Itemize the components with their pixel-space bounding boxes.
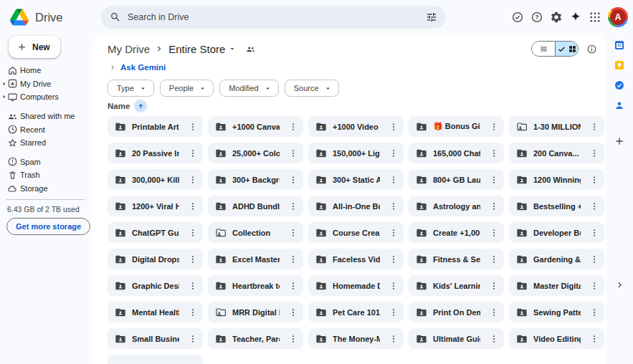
folder-tile-developer-bundle[interactable]: Developer Bundle +... bbox=[509, 222, 604, 243]
keep-button[interactable] bbox=[610, 56, 629, 75]
folder-tile-printable-art-bundle[interactable]: Printable Art Bundle bbox=[108, 116, 203, 137]
folder-menu-button[interactable] bbox=[486, 145, 502, 161]
folder-tile-excel-master-bundl[interactable]: Excel Master Bundl... bbox=[208, 249, 303, 269]
advanced-search-button[interactable] bbox=[426, 11, 437, 23]
folder-menu-button[interactable] bbox=[386, 198, 401, 214]
breadcrumb-my-drive[interactable]: My Drive bbox=[108, 43, 150, 55]
folder-menu-button[interactable] bbox=[285, 119, 301, 135]
folder-menu-button[interactable] bbox=[486, 331, 502, 347]
expand-arrow-icon[interactable] bbox=[1, 81, 7, 87]
folder-menu-button[interactable] bbox=[586, 331, 602, 347]
folder-tile-master-digital[interactable]: Master Digital... bbox=[509, 275, 604, 296]
folder-tile-pet-care-101-bundle[interactable]: Pet Care 101 Bundle bbox=[308, 302, 404, 322]
folder-tile-25-000-coloring[interactable]: 25,000+ Coloring... bbox=[208, 143, 303, 163]
calendar-button[interactable]: 31 bbox=[610, 36, 629, 54]
folder-menu-button[interactable] bbox=[586, 252, 602, 267]
folder-menu-button[interactable] bbox=[486, 172, 502, 188]
folder-tile-1000-canva[interactable]: +1000 Canva... bbox=[208, 116, 303, 137]
folder-tile-ultimate-guide-for[interactable]: Ultimate Guide For... bbox=[409, 328, 504, 349]
folder-tile-create-1-000-easy[interactable]: Create +1,000 Easy... bbox=[409, 222, 504, 243]
search-bar[interactable] bbox=[101, 6, 446, 29]
folder-tile-print-on-demand[interactable]: Print On Demand:... bbox=[409, 302, 504, 322]
folder-menu-button[interactable] bbox=[285, 172, 301, 188]
folder-menu-button[interactable] bbox=[586, 225, 602, 241]
folder-menu-button[interactable] bbox=[285, 305, 301, 320]
folder-tile-mrr-digital-products[interactable]: MRR Digital Products bbox=[208, 302, 303, 322]
folder-menu-button[interactable] bbox=[586, 145, 602, 161]
folder-menu-button[interactable] bbox=[285, 198, 301, 214]
contacts-button[interactable] bbox=[610, 96, 629, 115]
folder-tile-300-static-ads[interactable]: 300+ Static Ads... bbox=[308, 169, 404, 190]
folder-tile-teacher-parenting[interactable]: Teacher, Parenting ... bbox=[208, 328, 303, 349]
folder-menu-button[interactable] bbox=[486, 119, 502, 135]
folder-tile-small-business[interactable]: Small Business &... bbox=[108, 328, 203, 349]
filter-chip-modified[interactable]: Modified bbox=[219, 80, 279, 97]
folder-menu-button[interactable] bbox=[386, 278, 401, 294]
folder-tile-kids-learning[interactable]: Kids' Learning &... bbox=[409, 275, 504, 296]
folder-tile-300-000-killer-t[interactable]: 300,000+ Killer T-... bbox=[108, 169, 203, 190]
list-view-toggle[interactable] bbox=[532, 42, 555, 56]
folder-menu-button[interactable] bbox=[486, 225, 502, 241]
grid-view-toggle[interactable] bbox=[555, 42, 578, 56]
folder-menu-button[interactable] bbox=[185, 172, 201, 188]
folder-tile-partial[interactable] bbox=[108, 355, 203, 364]
settings-button[interactable] bbox=[546, 8, 566, 27]
folder-menu-button[interactable] bbox=[185, 331, 201, 347]
support-button[interactable]: ? bbox=[527, 8, 546, 27]
folder-menu-button[interactable] bbox=[185, 225, 201, 241]
folder-menu-button[interactable] bbox=[386, 145, 401, 161]
folder-tile-bonus-gift[interactable]: 🎁 Bonus Gift 🎁 bbox=[409, 116, 504, 137]
sort-by-name[interactable]: Name bbox=[108, 100, 147, 112]
folder-menu-button[interactable] bbox=[185, 252, 201, 267]
folder-tile-150-000-lightroo[interactable]: 150,000+ Lightroo... bbox=[308, 143, 404, 163]
sidebar-item-starred[interactable]: Starred bbox=[0, 136, 92, 150]
tasks-button[interactable] bbox=[610, 76, 629, 95]
sidebar-item-computers[interactable]: Computers bbox=[0, 90, 92, 104]
folder-tile-the-money-making[interactable]: The Money-Making... bbox=[308, 328, 404, 349]
folder-tile-course-creation-kit[interactable]: Course Creation Kit bbox=[308, 222, 404, 243]
folder-menu-button[interactable] bbox=[586, 198, 602, 214]
folder-tile-200-canva[interactable]: 200 Canva... bbox=[509, 143, 604, 163]
folder-tile-1-30-million[interactable]: 1-30 MILLION bbox=[509, 116, 604, 137]
sidebar-item-storage[interactable]: Storage bbox=[0, 182, 92, 196]
folder-tile-video-editing-all-in[interactable]: Video Editing All-In... bbox=[509, 328, 604, 349]
folder-menu-button[interactable] bbox=[185, 305, 201, 320]
folder-menu-button[interactable] bbox=[486, 305, 502, 320]
folder-tile-1000-video-cours[interactable]: +1000 Video Cours... bbox=[308, 116, 404, 137]
account-avatar[interactable]: A bbox=[608, 7, 628, 27]
folder-tile-mental-health[interactable]: Mental Health &... bbox=[108, 302, 203, 322]
sidebar-item-trash[interactable]: Trash bbox=[0, 168, 92, 182]
filter-chip-people[interactable]: People bbox=[160, 80, 214, 97]
folder-menu-button[interactable] bbox=[586, 305, 602, 320]
folder-menu-button[interactable] bbox=[386, 252, 401, 267]
sidebar-item-recent[interactable]: Recent bbox=[0, 123, 92, 136]
folder-menu-button[interactable] bbox=[386, 225, 401, 241]
folder-tile-300-backgrounds[interactable]: 300+ Backgrounds... bbox=[208, 169, 303, 190]
folder-menu-button[interactable] bbox=[285, 145, 301, 161]
folder-menu-button[interactable] bbox=[386, 119, 401, 135]
filter-chip-source[interactable]: Source bbox=[285, 80, 339, 97]
folder-tile-1200-winning[interactable]: 1200 Winning... bbox=[509, 169, 604, 190]
folder-menu-button[interactable] bbox=[486, 252, 502, 267]
filter-chip-type[interactable]: Type bbox=[108, 80, 154, 97]
folder-menu-button[interactable] bbox=[285, 252, 301, 267]
folder-menu-button[interactable] bbox=[386, 305, 401, 320]
folder-menu-button[interactable] bbox=[185, 119, 201, 135]
breadcrumb-current-folder[interactable]: Entire Store bbox=[168, 43, 237, 55]
folder-menu-button[interactable] bbox=[586, 278, 602, 294]
gemini-button[interactable] bbox=[566, 8, 585, 27]
folder-tile-all-in-one-business[interactable]: All-in-One Business... bbox=[308, 196, 404, 216]
folder-tile-fitness-self-care[interactable]: Fitness & Self-Care... bbox=[409, 249, 504, 269]
sidebar-item-spam[interactable]: Spam bbox=[0, 155, 92, 169]
folder-tile-bestselling-100[interactable]: Bestselling +100... bbox=[509, 196, 604, 216]
search-input[interactable] bbox=[128, 12, 419, 22]
folder-menu-button[interactable] bbox=[486, 278, 502, 294]
drive-logo[interactable]: Drive bbox=[10, 0, 63, 34]
folder-tile-165-000-chatgpt[interactable]: 165,000 ChatGPT... bbox=[409, 143, 504, 163]
folder-tile-collection[interactable]: Collection bbox=[208, 222, 303, 243]
get-add-ons-button[interactable] bbox=[610, 132, 629, 150]
folder-menu-button[interactable] bbox=[185, 145, 201, 161]
folder-menu-button[interactable] bbox=[285, 225, 301, 241]
folder-menu-button[interactable] bbox=[285, 331, 301, 347]
ask-gemini[interactable]: Ask Gemini bbox=[109, 63, 166, 72]
